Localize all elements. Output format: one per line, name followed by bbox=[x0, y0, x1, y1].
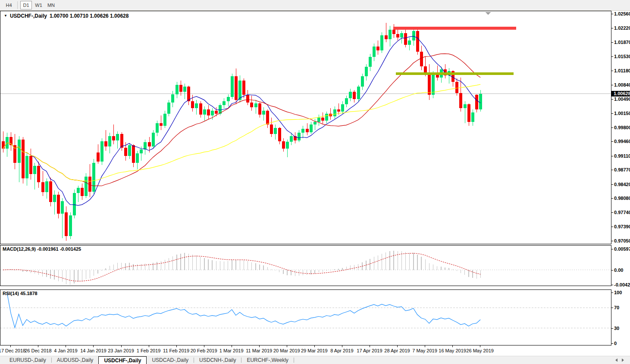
candle bbox=[179, 81, 182, 96]
date-tick-label: 28 Apr 2019 bbox=[384, 348, 410, 353]
chart-shift-marker-icon[interactable] bbox=[486, 12, 491, 15]
candle bbox=[37, 162, 40, 187]
macd-tick-mark bbox=[611, 249, 613, 249]
scroll-left-icon[interactable] bbox=[615, 358, 617, 362]
date-tick-mark bbox=[397, 345, 398, 347]
candle bbox=[49, 177, 52, 206]
tab-eurchf-weekly[interactable]: EURCHF-,Weekly bbox=[241, 356, 293, 364]
price-tick-mark bbox=[611, 241, 613, 241]
date-tick-label: 4 Jan 2019 bbox=[54, 348, 77, 353]
candle bbox=[22, 137, 25, 184]
price-tick-label: 0.99460 bbox=[614, 139, 630, 144]
date-tick-label: 8 Apr 2019 bbox=[330, 348, 353, 353]
candle bbox=[274, 124, 277, 139]
tab-usdchf-daily[interactable]: USDCHF-,Daily bbox=[98, 356, 147, 364]
date-tick-mark bbox=[259, 345, 260, 347]
price-tick-mark bbox=[611, 28, 613, 28]
date-tick-label: 11 Mar 2019 bbox=[246, 348, 272, 353]
rsi-panel[interactable]: RSI(14) 45.1878 bbox=[0, 289, 611, 345]
date-tick-mark bbox=[93, 345, 94, 347]
candle bbox=[321, 112, 324, 124]
rsi-tick-label: 0 bbox=[614, 341, 617, 346]
candle bbox=[9, 132, 13, 151]
candle bbox=[286, 140, 289, 157]
price-tick-label: 0.99110 bbox=[614, 153, 630, 159]
tab-usdcnh-daily[interactable]: USDCNH-,Daily bbox=[194, 356, 241, 364]
price-tick-mark bbox=[611, 212, 613, 213]
candle bbox=[313, 119, 317, 130]
candle bbox=[270, 118, 273, 137]
date-tick-mark bbox=[204, 345, 204, 347]
date-tick-label: 7 May 2019 bbox=[412, 348, 437, 353]
timeframe-button-h4[interactable]: H4 bbox=[3, 1, 15, 9]
candle bbox=[235, 68, 238, 104]
candle bbox=[306, 123, 309, 136]
candle bbox=[404, 30, 407, 47]
candle bbox=[357, 85, 360, 101]
candle bbox=[176, 82, 179, 98]
candle bbox=[345, 96, 348, 107]
candle bbox=[471, 109, 474, 126]
macd-panel[interactable]: MACD(12,26,9) -0.001961 -0.001425 bbox=[0, 245, 611, 286]
candle bbox=[408, 37, 411, 51]
candle bbox=[290, 133, 293, 145]
price-tick-mark bbox=[611, 56, 613, 57]
candle bbox=[6, 133, 9, 156]
candle bbox=[156, 121, 159, 136]
toolbar-divider bbox=[17, 1, 18, 9]
chevron-down-icon[interactable]: ▼ bbox=[4, 14, 7, 18]
timeframe-button-d1[interactable]: D1 bbox=[20, 1, 32, 9]
tab-audusd-daily[interactable]: AUDUSD-,Daily bbox=[52, 356, 99, 364]
price-tick-label: 0.97390 bbox=[614, 224, 630, 229]
candle bbox=[325, 112, 328, 123]
current-price-tag: 1.00628 bbox=[611, 91, 630, 96]
chart-title: ▼ USDCHF-,Daily 1.00700 1.00710 1.00626 … bbox=[4, 13, 129, 19]
candle bbox=[246, 90, 249, 105]
tab-eurusd-daily[interactable]: EURUSD-,Daily bbox=[4, 356, 51, 364]
price-tick-label: 1.01530 bbox=[614, 54, 630, 59]
candle bbox=[167, 100, 170, 116]
tab-usdcad-daily[interactable]: USDCAD-,Daily bbox=[147, 356, 194, 364]
candle bbox=[464, 101, 467, 123]
candle bbox=[231, 74, 234, 99]
rsi-tick-mark bbox=[611, 328, 613, 329]
price-axis[interactable]: 1.025601.022201.018701.015301.011801.008… bbox=[611, 11, 630, 356]
macd-tick-label: 0.00597 bbox=[614, 246, 630, 252]
candlestick-chart[interactable] bbox=[0, 11, 611, 244]
candle bbox=[85, 173, 88, 198]
date-tick-label: 17 Apr 2019 bbox=[357, 348, 382, 353]
chart-ohlc-values: 1.00700 1.00710 1.00626 1.00628 bbox=[50, 13, 129, 19]
candle bbox=[25, 152, 28, 186]
timeframe-button-mn[interactable]: MN bbox=[45, 1, 57, 9]
timeframe-button-w1[interactable]: W1 bbox=[33, 1, 44, 9]
date-tick-mark bbox=[176, 345, 177, 347]
price-tick-label: 0.98080 bbox=[614, 196, 630, 201]
main-chart-panel[interactable]: ▼ USDCHF-,Daily 1.00700 1.00710 1.00626 … bbox=[0, 11, 611, 244]
macd-tick-mark bbox=[611, 270, 613, 271]
scroll-right-icon[interactable] bbox=[622, 358, 624, 362]
candle bbox=[183, 84, 186, 99]
support-line[interactable] bbox=[396, 72, 514, 75]
candle bbox=[187, 86, 190, 105]
date-axis[interactable]: 17 Dec 201826 Dec 20184 Jan 201914 Jan 2… bbox=[0, 345, 611, 356]
rsi-tick-label: 100 bbox=[614, 290, 622, 295]
candle bbox=[428, 64, 431, 100]
price-tick-mark bbox=[611, 42, 613, 43]
date-tick-label: 16 May 2019 bbox=[439, 348, 466, 353]
price-tick-mark bbox=[611, 198, 613, 199]
price-tick-mark bbox=[611, 128, 613, 128]
candle bbox=[144, 140, 147, 155]
date-tick-mark bbox=[314, 345, 315, 347]
candle bbox=[396, 28, 399, 41]
candle bbox=[136, 151, 139, 169]
candle bbox=[100, 138, 103, 165]
date-tick-mark bbox=[480, 345, 480, 347]
candle bbox=[467, 103, 470, 126]
date-tick-mark bbox=[10, 345, 11, 347]
candle bbox=[389, 26, 392, 47]
candle bbox=[18, 136, 21, 182]
resistance-line[interactable] bbox=[393, 27, 516, 30]
price-tick-label: 1.01870 bbox=[614, 40, 630, 45]
candle bbox=[160, 115, 163, 130]
price-tick-label: 0.97050 bbox=[614, 238, 630, 243]
